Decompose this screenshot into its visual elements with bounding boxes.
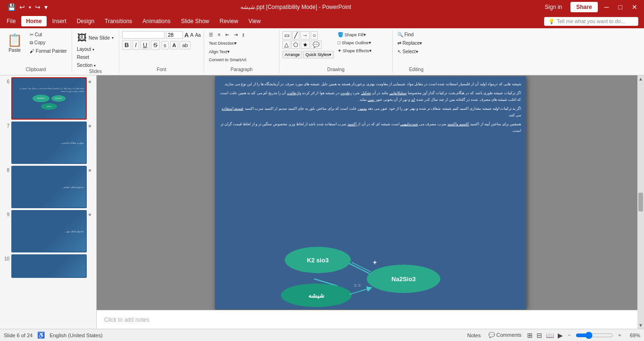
comments-button[interactable]: 💬 Comments [487,331,523,339]
customize-qat-button[interactable]: ▾ [43,2,49,12]
slide-notes[interactable]: Click to add notes [97,310,644,329]
find-button[interactable]: 🔍 Find [396,31,437,38]
menu-animations[interactable]: Animations [138,16,175,26]
sign-in-button[interactable]: Sign in [540,2,567,12]
zoom-in-button[interactable]: ＋ [617,332,622,339]
slide-thumbnail-6[interactable]: شیشه هایی که درمواد اولیه آن از قلبسپار … [11,77,87,120]
slide-thumbnail-10[interactable]: ... [11,254,87,278]
new-slide-label: New Slide [89,35,110,41]
zoom-out-button[interactable]: － [567,332,572,339]
zoom-slider[interactable] [576,332,613,339]
slide-thumb-6[interactable]: 6 شیشه هایی که درمواد اولیه آن از قلبسپا… [2,77,94,120]
zoom-level[interactable]: 69% [626,333,640,338]
shape-arrow[interactable]: → [300,31,310,40]
convert-smartart-button[interactable]: Convert to SmartArt [207,57,248,63]
reset-button[interactable]: Reset [75,54,116,61]
reading-view-button[interactable]: 📖 [546,332,554,339]
restore-button[interactable]: □ [616,3,625,11]
font-name-input[interactable] [122,31,165,39]
ribbon-group-slides: 🖼 New Slide ▾ Layout ▾ Reset Section ▾ S… [72,30,119,73]
copy-button[interactable]: ⧉ Copy [28,39,69,47]
section-button[interactable]: Section ▾ [75,62,116,69]
shape-outline-button[interactable]: □ Shape Outline▾ [336,39,373,46]
slide-shapes-svg: = = + K2 sio3 Na2Sio3 [215,215,526,309]
save-button[interactable]: 💾 [7,2,17,12]
menu-view[interactable]: View [244,16,265,26]
cut-button[interactable]: ✂ Cut [28,31,69,38]
quick-styles-button[interactable]: Quick Styles▾ [303,51,334,58]
slide-canvas[interactable]: شیشه هایی که درمواد اولیه آن از قلبسپار … [215,76,526,309]
layout-button[interactable]: Layout ▾ [75,46,116,53]
new-slide-button[interactable]: 🖼 New Slide ▾ [75,31,116,45]
minimize-button[interactable]: ─ [602,3,612,11]
language[interactable]: English (United States) [50,333,103,338]
menu-transitions[interactable]: Transitions [100,16,137,26]
slide-thumb-7[interactable]: 7 موارد و مطالب فارسی... ★ [2,122,94,164]
increase-font-button[interactable]: A [184,32,189,39]
undo-button[interactable]: ↩ [18,2,26,12]
menu-insert[interactable]: Insert [48,16,71,26]
font-color-button[interactable]: A [170,41,179,49]
font-clear-button[interactable]: Aa [195,32,201,38]
reset-label: Reset [77,55,89,60]
menu-review[interactable]: Review [215,16,243,26]
slide-thumb-8[interactable]: 8 محتوای اسلاید هشتم... ★ [2,166,94,208]
menu-design[interactable]: Design [72,16,99,26]
scroll-up-button[interactable]: ▲ [637,75,644,82]
menu-slideshow[interactable]: Slide Show [176,16,214,26]
redo-button[interactable]: ↪ [34,2,41,12]
undo-dropdown[interactable]: ▾ [28,4,32,11]
shape-rect[interactable]: ▭ [282,31,291,40]
accessibility-icon[interactable]: ♿ [37,332,45,339]
shape-effects-button[interactable]: ✦ Shape Effects▾ [336,47,373,54]
shape-fill-button[interactable]: 🪣 Shape Fill▾ [336,31,373,38]
close-button[interactable]: ✕ [629,3,640,11]
normal-view-button[interactable]: ⊞ [527,332,533,339]
slide-thumbnail-8[interactable]: محتوای اسلاید هشتم... [11,166,87,208]
slide-thumbnail-7[interactable]: موارد و مطالب فارسی... [11,122,87,164]
shape-pentagon[interactable]: ⬠ [291,41,300,49]
slide-panel[interactable]: 6 شیشه هایی که درمواد اولیه آن از قلبسپا… [0,75,97,329]
shape-star[interactable]: ★ [301,41,310,49]
slide-thumbnail-9[interactable]: محتوای اسلاید نهم... [11,210,87,252]
replace-button[interactable]: ⇄ Replace▾ [396,40,437,47]
new-slide-dropdown[interactable]: ▾ [112,36,114,40]
slide-thumb-9[interactable]: 9 محتوای اسلاید نهم... ★ [2,210,94,252]
scroll-thumb[interactable] [638,193,643,211]
shape-oval[interactable]: ○ [311,31,318,40]
italic-button[interactable]: I [132,40,139,50]
decrease-indent-button[interactable]: ⇤ [223,31,231,38]
ribbon-group-clipboard: 📋 Paste ✂ Cut ⧉ Copy 🖌 Format Painter [0,30,72,73]
shape-triangle[interactable]: △ [282,41,290,49]
align-text-button[interactable]: Align Text▾ [207,48,231,55]
bullets-button[interactable]: ☰ [207,31,215,38]
numbering-button[interactable]: ≡ [216,31,223,38]
slideshow-button[interactable]: ▶ [558,332,563,339]
font-size-input[interactable] [166,31,183,39]
menu-file[interactable]: File [2,16,20,26]
shape-line[interactable]: ╱ [292,31,299,40]
paste-button[interactable]: 📋 Paste [3,32,26,54]
format-painter-button[interactable]: 🖌 Format Painter [28,48,69,55]
layout-dropdown[interactable]: ▾ [92,48,94,52]
slide-thumb-10[interactable]: 10 ... [2,254,94,278]
notes-button[interactable]: Notes [465,332,483,339]
increase-indent-button[interactable]: ⇥ [232,31,239,38]
decrease-font-button[interactable]: A [190,32,193,38]
select-button[interactable]: ↖ Select▾ [396,48,437,55]
text-shadow-button[interactable]: s [161,41,169,49]
new-slide-icon: 🖼 [77,32,87,43]
font-bgcolor-button[interactable]: ab [180,41,190,49]
bold-button[interactable]: B [122,40,131,50]
share-button[interactable]: Share [570,2,597,12]
section-dropdown[interactable]: ▾ [94,64,96,68]
tell-me-box[interactable]: 💡 Tell me what you want to do... [544,17,638,26]
shape-callout[interactable]: 💬 [311,41,322,49]
menu-home[interactable]: Home [21,16,46,26]
strikethrough-button[interactable]: S [151,40,160,50]
columns-button[interactable]: ⫿ [240,31,247,38]
slide-sorter-button[interactable]: ⊟ [537,332,542,339]
arrange-button[interactable]: Arrange [282,51,302,58]
underline-button[interactable]: U [140,40,149,50]
text-direction-button[interactable]: Text Direction▾ [207,40,239,47]
